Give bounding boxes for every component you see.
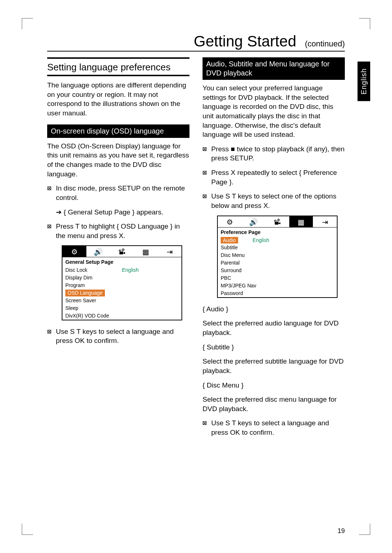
crop-mark bbox=[22, 18, 33, 29]
osd-general-setup-menu: ⚙ 🔊 📽 ▦ ⇥ General Setup Page Disc LockEn… bbox=[62, 245, 182, 320]
settings-icon: ⚙ bbox=[218, 216, 242, 227]
option-audio-text: Select the preferred audio language for … bbox=[203, 319, 345, 337]
menu-item: Disc Menu bbox=[221, 252, 334, 259]
option-subtitle-text: Select the preferred subtitle language f… bbox=[203, 357, 345, 375]
out-icon: ⇥ bbox=[158, 246, 181, 257]
menu-title: Preference Page bbox=[218, 228, 337, 237]
r-step-3: ⊠Use S T keys to select one of the optio… bbox=[203, 192, 345, 210]
crop-mark bbox=[22, 524, 33, 535]
r-step-2: ⊠Press X repeatedly to select { Preferen… bbox=[203, 168, 345, 187]
menu-item-selected: OSD Language bbox=[65, 290, 105, 296]
subsection-bar-osd: On-screen display (OSD) language bbox=[47, 124, 189, 138]
menu-item: Subtitle bbox=[221, 244, 334, 251]
step-1: ⊠ In disc mode, press SETUP on the remot… bbox=[47, 184, 189, 202]
step-1-result: ➔ { General Setup Page } appears. bbox=[56, 208, 189, 217]
menu-item: DivX(R) VOD Code bbox=[65, 312, 179, 319]
menu-item: PBC bbox=[221, 275, 334, 282]
settings-icon: ⚙ bbox=[62, 246, 86, 257]
title-main: Getting Started bbox=[194, 33, 297, 50]
intro-text: The language options are different depen… bbox=[47, 81, 189, 118]
menu-item: Parental bbox=[221, 259, 334, 266]
page-number: 19 bbox=[338, 527, 345, 535]
audio-icon: 🔊 bbox=[86, 246, 110, 257]
video-icon: 📽 bbox=[110, 246, 134, 257]
section-heading: Setting language preferences bbox=[47, 57, 189, 76]
menu-item: Password bbox=[221, 290, 334, 297]
menu-item: Disc Lock bbox=[65, 267, 122, 274]
left-column: Setting language preferences The languag… bbox=[47, 57, 189, 442]
option-discmenu-heading: { Disc Menu } bbox=[203, 381, 345, 390]
subsection-bar-dvd-lang: Audio, Subtitle and Menu language for DV… bbox=[203, 57, 345, 80]
right-column: Audio, Subtitle and Menu language for DV… bbox=[203, 57, 345, 442]
audio-icon: 🔊 bbox=[242, 216, 266, 227]
crop-mark bbox=[359, 524, 370, 535]
menu-item: MP3/JPEG Nav bbox=[221, 282, 334, 289]
menu-item: Surround bbox=[221, 267, 334, 274]
step-2: ⊠ Press T to highlight { OSD Language } … bbox=[47, 222, 189, 240]
crop-mark bbox=[359, 18, 370, 29]
menu-title: General Setup Page bbox=[62, 257, 181, 266]
menu-item: Display Dim bbox=[65, 274, 179, 281]
menu-item: Screen Saver bbox=[65, 297, 179, 304]
language-side-tab: English bbox=[358, 62, 370, 101]
option-subtitle-heading: { Subtitle } bbox=[203, 343, 345, 352]
osd-intro-text: The OSD (On-Screen Display) language for… bbox=[47, 142, 189, 179]
step-3: ⊠ Use S T keys to select a language and … bbox=[47, 327, 189, 345]
out-icon: ⇥ bbox=[313, 216, 337, 227]
menu-item: Program bbox=[65, 282, 179, 289]
option-audio-heading: { Audio } bbox=[203, 304, 345, 314]
osd-preference-menu: ⚙ 🔊 📽 ▦ ⇥ Preference Page AudioEnglish S… bbox=[217, 216, 338, 298]
r-step-1: ⊠Press ■ twice to stop playback (if any)… bbox=[203, 144, 345, 163]
r-step-4: ⊠Use S T keys to select a language and p… bbox=[203, 418, 345, 437]
video-icon: 📽 bbox=[265, 216, 289, 227]
dvd-lang-intro: You can select your preferred language s… bbox=[203, 83, 345, 139]
grid-icon: ▦ bbox=[134, 246, 158, 257]
title-continued: (continued) bbox=[305, 39, 345, 48]
grid-icon: ▦ bbox=[289, 216, 313, 227]
menu-item-selected: Audio bbox=[221, 237, 238, 244]
page-title: Getting Started (continued) bbox=[47, 33, 345, 52]
menu-item: Sleep bbox=[65, 305, 179, 312]
option-discmenu-text: Select the preferred disc menu language … bbox=[203, 395, 345, 413]
